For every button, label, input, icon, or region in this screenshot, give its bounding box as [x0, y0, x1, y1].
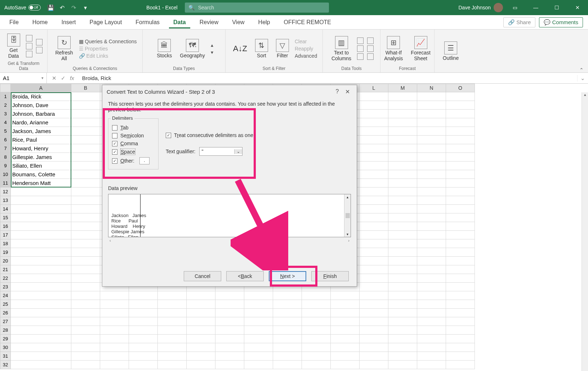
cell[interactable]	[71, 153, 100, 162]
redo-icon[interactable]: ↷	[70, 3, 78, 12]
cell[interactable]	[331, 352, 360, 361]
cell[interactable]	[446, 248, 475, 257]
cancel-formula-icon[interactable]: ✕	[52, 75, 57, 81]
cell[interactable]	[446, 101, 475, 110]
cell[interactable]	[244, 343, 273, 352]
cell[interactable]	[360, 317, 388, 326]
cell[interactable]	[244, 326, 273, 335]
cell[interactable]	[446, 136, 475, 144]
cell[interactable]	[388, 361, 417, 369]
cell[interactable]	[11, 300, 71, 309]
cell[interactable]	[71, 326, 100, 335]
cell[interactable]	[417, 300, 446, 309]
tab-formulas[interactable]: Formulas	[131, 16, 164, 28]
cell[interactable]	[71, 205, 100, 213]
cell[interactable]	[446, 343, 475, 352]
row-header[interactable]: 11	[0, 179, 11, 187]
cell[interactable]	[11, 257, 71, 265]
consolidate-icon[interactable]	[367, 37, 374, 44]
row-header[interactable]: 23	[0, 283, 11, 291]
collapse-ribbon-icon[interactable]: ⌃	[579, 67, 584, 73]
cell[interactable]	[331, 361, 360, 369]
cell[interactable]	[446, 153, 475, 162]
cell[interactable]	[11, 291, 71, 300]
relationships-icon[interactable]	[367, 45, 374, 52]
cell[interactable]	[71, 291, 100, 300]
vertical-scrollbar[interactable]: ▴	[582, 92, 588, 371]
cell[interactable]	[417, 92, 446, 101]
cell[interactable]	[187, 300, 215, 309]
cell[interactable]	[360, 343, 388, 352]
cell[interactable]	[360, 136, 388, 144]
finish-button[interactable]: Finish	[311, 271, 349, 281]
column-header-N[interactable]: N	[417, 84, 446, 92]
cell[interactable]	[360, 213, 388, 222]
cell[interactable]	[71, 317, 100, 326]
cell[interactable]	[446, 335, 475, 343]
cell[interactable]	[388, 136, 417, 144]
delimiter-other-checkbox[interactable]: ✓Other:.	[112, 156, 155, 165]
row-header[interactable]: 31	[0, 352, 11, 361]
preview-scroll-h[interactable]: ‹›	[108, 237, 351, 244]
cell[interactable]	[417, 309, 446, 317]
flash-fill-icon[interactable]	[357, 37, 364, 44]
cell[interactable]	[388, 205, 417, 213]
cell[interactable]	[302, 317, 331, 326]
row-header[interactable]: 22	[0, 274, 11, 283]
cell[interactable]	[360, 162, 388, 170]
cell[interactable]	[71, 248, 100, 257]
get-data-button[interactable]: 🗄Get Data	[5, 32, 22, 60]
help-icon[interactable]: ?	[332, 88, 342, 95]
row-header[interactable]: 18	[0, 239, 11, 248]
advanced-filter-button[interactable]: Advanced	[295, 53, 317, 59]
maximize-icon[interactable]: ☐	[548, 0, 566, 15]
cell[interactable]	[360, 248, 388, 257]
expand-formula-bar-icon[interactable]: ⌄	[577, 75, 588, 81]
cell[interactable]	[446, 162, 475, 170]
cell[interactable]: Siliato, Ellen	[11, 162, 71, 170]
cell[interactable]	[388, 274, 417, 283]
enter-formula-icon[interactable]: ✓	[61, 75, 66, 81]
cell[interactable]	[388, 248, 417, 257]
row-header[interactable]: 13	[0, 196, 11, 205]
cell[interactable]	[417, 162, 446, 170]
delimiter-semicolon-checkbox[interactable]: Semicolon	[112, 132, 155, 140]
cell[interactable]	[446, 352, 475, 361]
cell[interactable]	[11, 187, 71, 196]
cell[interactable]	[417, 265, 446, 274]
cell[interactable]	[71, 231, 100, 239]
cell[interactable]	[388, 162, 417, 170]
cell[interactable]	[388, 335, 417, 343]
cell[interactable]	[187, 352, 215, 361]
cell[interactable]	[71, 170, 100, 179]
cell[interactable]	[446, 110, 475, 118]
gallery-up-icon[interactable]: ▴	[211, 42, 213, 48]
cell[interactable]	[446, 265, 475, 274]
cell[interactable]	[360, 127, 388, 136]
cell[interactable]	[11, 352, 71, 361]
what-if-button[interactable]: ⊞What-If Analysis	[382, 35, 405, 63]
cell[interactable]	[11, 231, 71, 239]
cell[interactable]	[273, 326, 302, 335]
cell[interactable]	[446, 300, 475, 309]
column-header-B[interactable]: B	[71, 84, 100, 92]
cell[interactable]	[100, 317, 129, 326]
cell[interactable]	[129, 335, 158, 343]
undo-icon[interactable]: ↶	[58, 3, 67, 12]
cell[interactable]	[446, 239, 475, 248]
cell[interactable]	[244, 309, 273, 317]
delimiter-comma-checkbox[interactable]: ✓Comma	[112, 140, 155, 147]
cell[interactable]	[446, 361, 475, 369]
cell[interactable]	[129, 317, 158, 326]
row-header[interactable]: 10	[0, 170, 11, 179]
cell[interactable]	[388, 92, 417, 101]
cell[interactable]	[417, 257, 446, 265]
cell[interactable]	[273, 300, 302, 309]
cell[interactable]	[11, 248, 71, 257]
row-header[interactable]: 30	[0, 343, 11, 352]
row-header[interactable]: 9	[0, 162, 11, 170]
cell[interactable]	[360, 92, 388, 101]
row-header[interactable]: 26	[0, 309, 11, 317]
share-button[interactable]: 🔗 Share	[503, 17, 535, 27]
row-header[interactable]: 32	[0, 361, 11, 369]
